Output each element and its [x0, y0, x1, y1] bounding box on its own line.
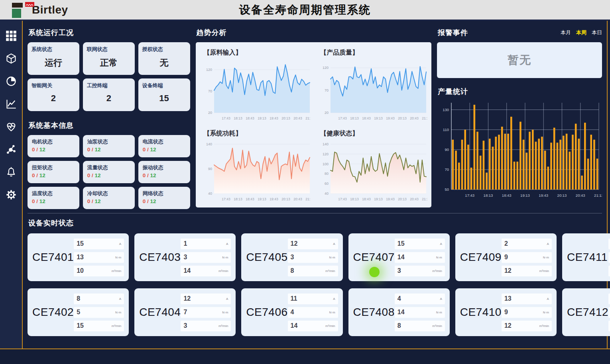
device-unit: N·m — [436, 256, 442, 259]
device-card[interactable]: CE74092A9N·m12m³/min — [455, 233, 557, 281]
device-name: CE7402 — [32, 306, 74, 319]
device-unit: m³/min — [112, 324, 121, 328]
device-card[interactable]: CE740611A4N·m14m³/min — [241, 288, 342, 336]
device-value-row: 15A — [395, 239, 445, 249]
device-value: 15 — [397, 240, 405, 247]
info-card-counts: 0 / 12 — [87, 198, 130, 204]
device-name: CE7406 — [246, 306, 287, 319]
alarm-tab-本月[interactable]: 本月 — [561, 29, 571, 36]
device-value: 11 — [291, 295, 297, 302]
svg-text:50: 50 — [445, 187, 449, 192]
svg-text:18:43: 18:43 — [502, 193, 512, 198]
svg-text:20:43: 20:43 — [410, 116, 419, 120]
trend-chart: 【系统功耗】140904017:4318:1318:4319:1319:4320… — [200, 125, 311, 205]
device-card[interactable]: CE74084A14N·m8m³/min — [348, 288, 450, 336]
svg-text:140: 140 — [206, 142, 212, 146]
device-card[interactable]: CE740512A3N·m8m³/min — [241, 233, 342, 281]
line-chart-icon[interactable] — [5, 98, 18, 110]
status-card: 授权状态无 — [138, 42, 190, 75]
device-value-row: 12m³/min — [502, 266, 552, 276]
device-unit: m³/min — [432, 269, 442, 273]
device-card[interactable]: CE74028A5N·m15m³/min — [28, 288, 129, 336]
svg-text:21:13: 21:13 — [594, 193, 602, 198]
svg-text:100: 100 — [323, 162, 329, 166]
svg-text:19:43: 19:43 — [386, 197, 395, 201]
top-row: 系统运行工况 系统状态运行联网状态正常授权状态无智能网关2工控终端2设备终端15… — [28, 22, 602, 209]
svg-text:18:43: 18:43 — [246, 197, 254, 201]
svg-text:20:13: 20:13 — [398, 197, 407, 201]
device-unit: m³/min — [325, 269, 335, 273]
info-card-label: 电流状态 — [143, 138, 186, 145]
device-card[interactable]: CE741013A9N·m12m³/min — [455, 288, 557, 336]
svg-text:40: 40 — [325, 192, 329, 196]
device-card[interactable]: CE741110A15N·m11m³/min — [562, 233, 610, 281]
device-unit: m³/min — [112, 269, 121, 273]
device-unit: m³/min — [539, 269, 549, 273]
device-value-row: 8m³/min — [288, 266, 338, 276]
grid-icon[interactable] — [5, 29, 18, 42]
svg-text:20:43: 20:43 — [293, 116, 302, 120]
device-value: 8 — [397, 322, 401, 329]
device-card[interactable]: CE74031A3N·m14m³/min — [134, 233, 236, 281]
gear-icon[interactable] — [5, 188, 18, 201]
device-card[interactable]: CE740715A14N·m3m³/min — [348, 233, 450, 281]
device-value-row: 13N·m — [74, 252, 124, 263]
device-value: 9 — [504, 254, 508, 261]
info-card-label: 温度状态 — [32, 190, 75, 197]
info-count-total: 12 — [150, 147, 156, 153]
svg-text:20: 20 — [208, 111, 212, 115]
health-icon[interactable] — [5, 120, 18, 133]
device-value: 5 — [77, 309, 80, 316]
device-value-row: 9N·m — [502, 307, 552, 318]
device-unit: A — [119, 297, 121, 301]
device-value-row: 14N·m — [395, 307, 445, 318]
device-values: 15A14N·m3m³/min — [395, 239, 445, 276]
info-card-label: 电机状态 — [32, 138, 75, 145]
info-card-counts: 0 / 12 — [32, 198, 75, 204]
info-count-total: 12 — [95, 198, 101, 204]
device-values: 12A7N·m3m³/min — [181, 294, 231, 331]
device-unit: A — [440, 242, 442, 246]
info-card: 油泵状态0 / 12 — [83, 135, 135, 157]
svg-text:19:13: 19:13 — [520, 193, 530, 198]
device-value-row: 11A — [288, 294, 338, 304]
svg-text:18:43: 18:43 — [246, 116, 254, 120]
device-unit: A — [547, 297, 549, 301]
device-name: CE7403 — [139, 251, 181, 264]
status-card-value: 正常 — [87, 57, 131, 69]
device-name: CE7407 — [353, 251, 395, 264]
device-value: 9 — [504, 309, 508, 316]
device-value: 14 — [183, 267, 191, 274]
device-value-row: 3N·m — [288, 252, 338, 263]
svg-text:19:13: 19:13 — [258, 197, 266, 201]
info-card-counts: 0 / 12 — [143, 172, 186, 178]
info-card-counts: 0 / 12 — [143, 198, 186, 204]
device-card[interactable]: CE74126A15N·m10m³/min — [562, 288, 610, 336]
network-icon[interactable] — [5, 143, 18, 156]
svg-text:70: 70 — [445, 167, 449, 172]
trend-chart-title: 【产品质量】 — [320, 49, 427, 57]
svg-text:17:43: 17:43 — [338, 116, 347, 120]
info-count-separator: / — [146, 147, 150, 153]
info-card-label: 流量状态 — [87, 164, 130, 171]
bell-icon[interactable] — [5, 166, 18, 178]
main-content: 系统运行工况 系统状态运行联网状态正常授权状态无智能网关2工控终端2设备终端15… — [24, 21, 608, 348]
device-card[interactable]: CE740412A7N·m3m³/min — [134, 288, 236, 336]
status-card-label: 联网状态 — [87, 46, 131, 53]
system-panel: 系统运行工况 系统状态运行联网状态正常授权状态无智能网关2工控终端2设备终端15… — [28, 22, 190, 209]
trend-chart-svg: 14012010080604017:4318:1318:4319:1319:43… — [316, 138, 427, 205]
device-card[interactable]: CE740115A13N·m10m³/min — [28, 233, 129, 281]
svg-text:20:43: 20:43 — [576, 193, 585, 198]
device-value-row: 3m³/min — [181, 321, 231, 331]
device-value-row: 3N·m — [181, 252, 231, 263]
info-card: 网络状态0 / 12 — [138, 187, 190, 209]
cube-icon[interactable] — [5, 52, 18, 65]
alarm-tab-本周[interactable]: 本周 — [576, 29, 586, 36]
info-count-total: 12 — [150, 172, 156, 178]
svg-text:17:43: 17:43 — [338, 197, 347, 201]
svg-text:18:13: 18:13 — [234, 116, 242, 120]
device-unit: A — [333, 297, 335, 301]
pie-chart-icon[interactable] — [5, 75, 18, 88]
device-value-row: 10A — [608, 239, 610, 249]
alarm-tab-本日[interactable]: 本日 — [592, 29, 602, 36]
